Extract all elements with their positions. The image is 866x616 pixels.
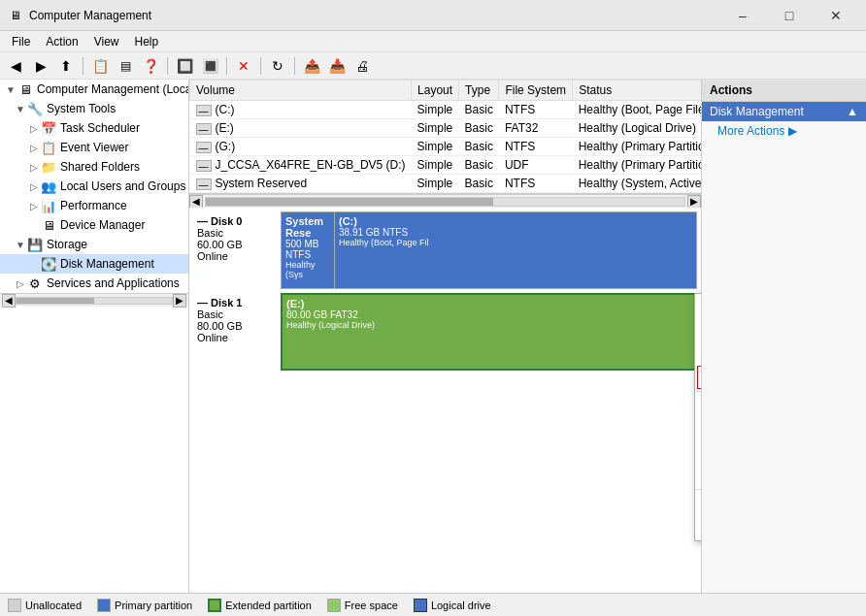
table-row[interactable]: —System Reserved SimpleBasicNTFSHealthy … [190, 175, 702, 193]
toolbar-sep-5 [294, 57, 295, 75]
export2-button[interactable]: 📤 [300, 55, 323, 77]
menu-view[interactable]: View [86, 33, 127, 50]
sidebar-item-event-viewer[interactable]: ▷ 📋 Event Viewer [0, 138, 188, 157]
disk-area: — Disk 0 Basic 60.00 GB Online System Re… [189, 208, 701, 593]
expand-storage[interactable]: ▼ [14, 238, 27, 251]
window-controls: – □ ✕ [720, 0, 858, 31]
sidebar: ▼ 🖥 Computer Management (Local ▼ 🔧 Syste… [0, 80, 189, 593]
import-button[interactable]: 🔳 [198, 55, 221, 77]
ctx-properties[interactable]: Properties [695, 492, 701, 515]
storage-icon: 💾 [27, 237, 43, 252]
toolbar-sep-2 [167, 57, 168, 75]
table-row[interactable]: —J_CCSA_X64FRE_EN-GB_DV5 (D:) SimpleBasi… [190, 156, 702, 175]
expand-local-users[interactable]: ▷ [27, 179, 41, 193]
import2-button[interactable]: 📥 [325, 55, 349, 77]
sidebar-item-performance[interactable]: ▷ 📊 Performance [0, 196, 188, 215]
table-scroll-right[interactable]: ▶ [687, 195, 701, 209]
sidebar-scroll-right[interactable]: ▶ [173, 294, 186, 308]
stop-button[interactable]: ✕ [232, 55, 255, 77]
col-layout[interactable]: Layout [412, 81, 459, 101]
sidebar-label-task-scheduler: Task Scheduler [60, 121, 140, 135]
expand-event-viewer[interactable]: ▷ [27, 141, 41, 154]
disk-0-partition-c[interactable]: (C:) 38.91 GB NTFS Healthy (Boot, Page F… [335, 212, 696, 288]
sidebar-item-storage[interactable]: ▼ 💾 Storage [0, 235, 188, 254]
disk-0-partition-sysres[interactable]: System Rese 500 MB NTFS Healthy (Sys [282, 212, 335, 288]
menu-action[interactable]: Action [38, 33, 85, 50]
partition-status: Healthy (Logical Drive) [286, 320, 691, 330]
ctx-explore[interactable]: Explore [695, 319, 701, 342]
ctx-shrink-volume[interactable]: Shrink Volume... [695, 417, 701, 440]
ctx-sep-1 [695, 391, 701, 392]
action-section-label: Disk Management [710, 105, 804, 118]
print-button[interactable]: 🖨 [350, 55, 374, 77]
back-button[interactable]: ◀ [4, 55, 27, 77]
ctx-format[interactable]: Format... [697, 366, 701, 389]
col-filesystem[interactable]: File System [499, 81, 573, 101]
expand-shared-folders[interactable]: ▷ [27, 160, 41, 174]
disk-management-icon: 💽 [41, 256, 56, 272]
drive-icon: — [196, 160, 212, 172]
chevron-up-icon: ▲ [847, 105, 858, 118]
sidebar-item-disk-management[interactable]: 💽 Disk Management [0, 254, 188, 274]
expand-root[interactable]: ▼ [4, 82, 17, 96]
root-icon: 🖥 [17, 81, 33, 97]
disk-0-info: — Disk 0 Basic 60.00 GB Online [193, 211, 281, 289]
disk-1-status: Online [197, 332, 277, 343]
ctx-delete-volume[interactable]: Delete Volume... [695, 464, 701, 487]
menu-file[interactable]: File [4, 33, 38, 50]
table-row[interactable]: —(G:) SimpleBasicNTFSHealthy (Primary Pa… [190, 138, 702, 156]
disk-1-type: Basic [197, 308, 277, 320]
ctx-open[interactable]: Open [695, 296, 701, 319]
ctx-add-mirror[interactable]: Add Mirror... [695, 440, 701, 464]
disk-1-size: 80.00 GB [197, 320, 277, 332]
table-row[interactable]: —(C:) SimpleBasicNTFSHealthy (Boot, Page… [190, 101, 702, 119]
table-scrollbar-track[interactable] [205, 197, 685, 207]
legend-label-free: Free space [345, 600, 398, 611]
table-row[interactable]: —(E:) SimpleBasicFAT32Healthy (Logical D… [190, 119, 702, 138]
sidebar-scrollbar-track[interactable] [16, 297, 173, 305]
sidebar-item-task-scheduler[interactable]: ▷ 📅 Task Scheduler [0, 118, 188, 138]
expand-performance[interactable]: ▷ [27, 199, 41, 212]
col-volume[interactable]: Volume [190, 81, 412, 101]
help-button[interactable]: ❓ [139, 55, 162, 77]
maximize-button[interactable]: □ [767, 0, 812, 31]
sidebar-item-device-manager[interactable]: 🖥 Device Manager [0, 215, 188, 235]
menu-help[interactable]: Help [127, 33, 167, 50]
action-section-disk-management[interactable]: Disk Management ▲ [702, 102, 866, 121]
refresh-button[interactable]: ↻ [266, 55, 289, 77]
drive-icon: — [196, 142, 212, 153]
export-button[interactable]: 🔲 [173, 55, 196, 77]
properties-button[interactable]: ▤ [114, 55, 137, 77]
table-scroll-left[interactable]: ◀ [189, 195, 203, 209]
legend-extended: Extended partition [208, 599, 312, 612]
sidebar-item-local-users[interactable]: ▷ 👥 Local Users and Groups [0, 177, 188, 196]
action-more-actions[interactable]: More Actions ▶ [702, 121, 866, 141]
col-type[interactable]: Type [459, 81, 499, 101]
legend-label-primary: Primary partition [115, 600, 192, 611]
table-scrollbar: ◀ ▶ [189, 194, 701, 208]
sidebar-scroll-left[interactable]: ◀ [2, 294, 16, 308]
expand-services[interactable]: ▷ [14, 276, 27, 290]
expand-task-scheduler[interactable]: ▷ [27, 121, 41, 135]
title-bar: 🖥 Computer Management – □ ✕ [0, 0, 866, 31]
ctx-change-drive-letter[interactable]: Change Drive Letter and Paths... [695, 342, 701, 366]
ctx-sep-2 [695, 489, 701, 490]
expand-system-tools[interactable]: ▼ [14, 102, 27, 115]
partition-status: Healthy (Boot, Page Fil [339, 238, 692, 247]
show-hide-button[interactable]: 📋 [88, 55, 112, 77]
disk-1-partition-e[interactable]: (E:) 80.00 GB FAT32 Healthy (Logical Dri… [283, 295, 695, 369]
ctx-extend-volume[interactable]: Extend Volume... [695, 394, 701, 417]
up-button[interactable]: ⬆ [54, 55, 78, 77]
close-button[interactable]: ✕ [814, 0, 858, 31]
sidebar-item-system-tools[interactable]: ▼ 🔧 System Tools [0, 99, 188, 118]
minimize-button[interactable]: – [720, 0, 765, 31]
sidebar-item-services[interactable]: ▷ ⚙ Services and Applications [0, 274, 188, 293]
ctx-help[interactable]: Help [695, 515, 701, 538]
context-menu: Open Explore Change Drive Letter and Pat… [694, 293, 701, 541]
sidebar-item-shared-folders[interactable]: ▷ 📁 Shared Folders [0, 157, 188, 177]
toolbar-sep-4 [260, 57, 261, 75]
forward-button[interactable]: ▶ [29, 55, 52, 77]
sidebar-item-root[interactable]: ▼ 🖥 Computer Management (Local [0, 80, 188, 99]
col-status[interactable]: Status [573, 81, 701, 101]
legend-logical: Logical drive [414, 599, 491, 612]
